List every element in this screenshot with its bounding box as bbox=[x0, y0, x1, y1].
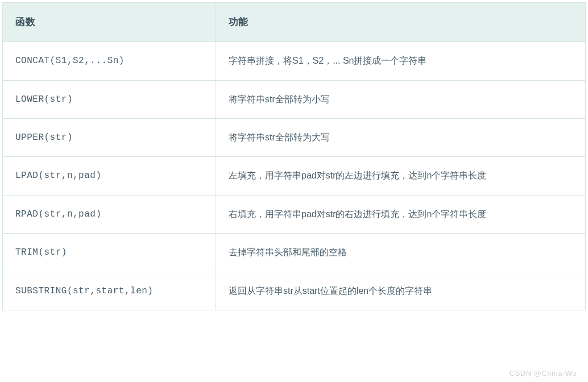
function-description: 将字符串str全部转为小写 bbox=[216, 81, 585, 118]
header-function: 函数 bbox=[3, 3, 216, 41]
function-name: TRIM(str) bbox=[3, 234, 216, 271]
function-description: 字符串拼接，将S1，S2，... Sn拼接成一个字符串 bbox=[216, 42, 585, 80]
table-row: LPAD(str,n,pad) 左填充，用字符串pad对str的左边进行填充，达… bbox=[3, 157, 585, 195]
table-row: CONCAT(S1,S2,...Sn) 字符串拼接，将S1，S2，... Sn拼… bbox=[3, 42, 585, 80]
function-name: CONCAT(S1,S2,...Sn) bbox=[3, 42, 216, 80]
function-name: UPPER(str) bbox=[3, 119, 216, 156]
function-description: 左填充，用字符串pad对str的左边进行填充，达到n个字符串长度 bbox=[216, 157, 585, 194]
table-row: TRIM(str) 去掉字符串头部和尾部的空格 bbox=[3, 234, 585, 272]
function-name: LOWER(str) bbox=[3, 81, 216, 118]
header-description: 功能 bbox=[216, 3, 585, 41]
table-row: UPPER(str) 将字符串str全部转为大写 bbox=[3, 119, 585, 157]
function-description: 去掉字符串头部和尾部的空格 bbox=[216, 234, 585, 271]
function-name: SUBSTRING(str,start,len) bbox=[3, 272, 216, 310]
function-description: 返回从字符串str从start位置起的len个长度的字符串 bbox=[216, 272, 585, 310]
function-name: LPAD(str,n,pad) bbox=[3, 157, 216, 194]
table-row: LOWER(str) 将字符串str全部转为小写 bbox=[3, 81, 585, 119]
table-row: SUBSTRING(str,start,len) 返回从字符串str从start… bbox=[3, 272, 585, 310]
functions-table: 函数 功能 CONCAT(S1,S2,...Sn) 字符串拼接，将S1，S2，.… bbox=[2, 2, 586, 310]
function-description: 将字符串str全部转为大写 bbox=[216, 119, 585, 156]
table-row: RPAD(str,n,pad) 右填充，用字符串pad对str的右边进行填充，达… bbox=[3, 196, 585, 234]
function-name: RPAD(str,n,pad) bbox=[3, 196, 216, 233]
function-description: 右填充，用字符串pad对str的右边进行填充，达到n个字符串长度 bbox=[216, 196, 585, 233]
table-header-row: 函数 功能 bbox=[3, 3, 585, 42]
